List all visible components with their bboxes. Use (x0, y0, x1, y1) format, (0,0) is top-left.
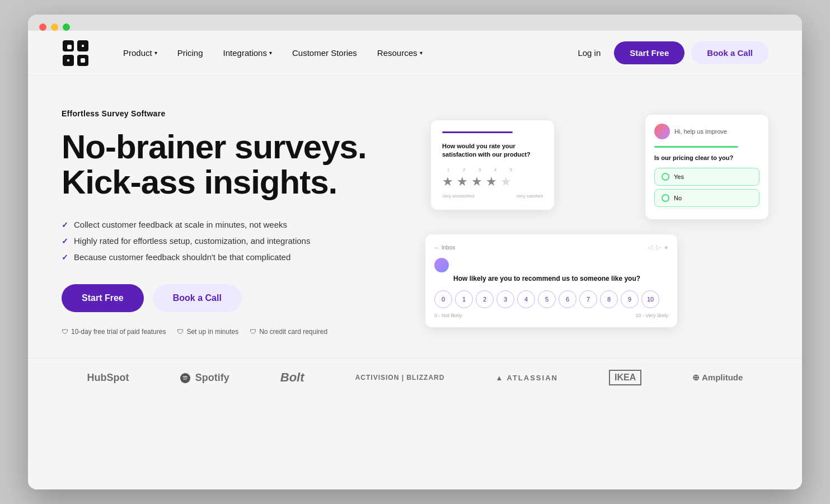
hero-right: How would you rate your satisfaction wit… (420, 109, 768, 333)
nav-item-product[interactable]: Product ▾ (123, 48, 157, 58)
browser-content: Product ▾ Pricing Integrations ▾ Custome… (28, 31, 802, 489)
nps-option-2[interactable]: 2 (476, 290, 494, 308)
minimize-button[interactable] (51, 23, 58, 31)
svg-rect-6 (67, 59, 69, 62)
logo-atlassian: ▲ ATLASSIAN (496, 374, 558, 382)
logo-amplitude: ⊕ Amplitude (692, 373, 743, 383)
nps-option-8[interactable]: 8 (600, 290, 618, 308)
radio-icon (662, 194, 669, 202)
nps-icon-3: ● (664, 243, 668, 251)
hero-left: Effortless Survey Software No-brainer su… (62, 109, 397, 336)
logo-activision: ACTIVISION | BLIZZARD (355, 374, 445, 381)
check-icon: ✓ (62, 220, 68, 229)
navbar: Product ▾ Pricing Integrations ▾ Custome… (28, 31, 802, 76)
check-icon: ✓ (62, 253, 68, 262)
svg-rect-7 (81, 58, 85, 63)
star-3[interactable]: ★ (471, 175, 482, 189)
nps-option-3[interactable]: 3 (496, 290, 514, 308)
start-free-hero-button[interactable]: Start Free (62, 284, 144, 312)
nps-option-5[interactable]: 5 (538, 290, 556, 308)
logo-hubspot: HubSpot (87, 372, 129, 384)
card-icon: 🛡 (250, 328, 256, 336)
close-button[interactable] (39, 23, 46, 31)
maximize-button[interactable] (63, 23, 70, 31)
option-yes[interactable]: Yes (654, 168, 759, 186)
star-5[interactable]: ★ (500, 175, 512, 189)
star-2[interactable]: ★ (457, 175, 468, 189)
nps-icon-2: ▷ (656, 243, 661, 251)
pricing-card-header: Hi, help us improve (654, 124, 759, 139)
logo-bolt: Bolt (280, 370, 304, 385)
hero-heading: No-brainer surveys. Kick-ass insights. (62, 129, 397, 200)
nps-icon-1: ◁ (648, 243, 653, 251)
nps-option-10[interactable]: 10 (641, 290, 659, 308)
nps-option-9[interactable]: 9 (621, 290, 639, 308)
chevron-down-icon: ▾ (154, 50, 157, 56)
back-button[interactable]: ← Inbox (434, 244, 455, 251)
pricing-progress-bar (654, 146, 738, 148)
logo-spotify: Spotify (180, 372, 229, 384)
avatar (434, 258, 449, 272)
nav-actions: Log in Start Free Book a Call (571, 41, 768, 64)
star-rating[interactable]: ★ ★ ★ ★ ★ (442, 175, 543, 189)
book-call-nav-button[interactable]: Book a Call (691, 41, 768, 64)
star-1[interactable]: ★ (442, 175, 453, 189)
avatar (654, 124, 670, 139)
nps-labels: 0 - Not likely 10 - Very likely (434, 313, 668, 318)
shield-icon: 🛡 (62, 328, 68, 336)
logos-section: HubSpot Spotify Bolt ACTIVISION | BLIZZA… (28, 358, 802, 408)
star-4[interactable]: ★ (486, 175, 497, 189)
nps-scale[interactable]: 0 1 2 3 4 5 6 7 8 9 10 (434, 290, 668, 308)
logo-ikea: IKEA (609, 370, 641, 385)
survey-satisfaction-card: How would you rate your satisfaction wit… (431, 120, 554, 210)
nps-option-7[interactable]: 7 (579, 290, 597, 308)
trust-item-setup: 🛡 Set up in minutes (177, 328, 238, 336)
svg-rect-4 (67, 45, 72, 49)
nps-question: How likely are you to recommend us to so… (453, 275, 668, 282)
svg-rect-5 (82, 45, 84, 47)
chevron-down-icon: ▾ (269, 50, 272, 56)
nps-option-1[interactable]: 1 (455, 290, 473, 308)
nps-card-header: ← Inbox ◁ ▷ ● (434, 243, 668, 251)
logo[interactable] (62, 39, 90, 67)
chevron-down-icon: ▾ (420, 50, 423, 56)
hero-section: Effortless Survey Software No-brainer su… (28, 76, 802, 358)
start-free-nav-button[interactable]: Start Free (614, 41, 684, 64)
nps-option-6[interactable]: 6 (559, 290, 576, 308)
browser-window: Product ▾ Pricing Integrations ▾ Custome… (28, 15, 802, 489)
pricing-feedback-card: Hi, help us improve Is our pricing clear… (645, 115, 768, 219)
login-button[interactable]: Log in (571, 44, 607, 62)
trust-item-trial: 🛡 10-day free trial of paid features (62, 328, 166, 336)
svg-point-8 (180, 373, 190, 383)
check-icon: ✓ (62, 237, 68, 246)
hero-features: ✓ Collect customer feedback at scale in … (62, 220, 397, 262)
feature-item: ✓ Because customer feedback shouldn't be… (62, 252, 397, 262)
hero-eyebrow: Effortless Survey Software (62, 109, 397, 118)
trust-item-no-card: 🛡 No credit card required (250, 328, 327, 336)
radio-icon (662, 173, 669, 181)
survey-question: How would you rate your satisfaction wit… (442, 142, 543, 159)
nav-item-customer-stories[interactable]: Customer Stories (292, 48, 357, 58)
nps-option-4[interactable]: 4 (517, 290, 535, 308)
option-no[interactable]: No (654, 189, 759, 207)
nav-item-pricing[interactable]: Pricing (177, 48, 203, 58)
nps-option-0[interactable]: 0 (434, 290, 452, 308)
clock-icon: 🛡 (177, 328, 184, 336)
nps-card: ← Inbox ◁ ▷ ● How likely are you to reco… (425, 234, 677, 327)
star-numbers: 1 2 3 4 5 (442, 167, 543, 172)
browser-chrome (28, 15, 802, 31)
hero-ctas: Start Free Book a Call (62, 284, 397, 312)
book-call-hero-button[interactable]: Book a Call (153, 284, 242, 312)
feature-item: ✓ Collect customer feedback at scale in … (62, 220, 397, 229)
nav-item-integrations[interactable]: Integrations ▾ (223, 48, 272, 58)
survey-progress-bar (442, 131, 513, 133)
pricing-card-title: Hi, help us improve (674, 128, 727, 135)
feature-item: ✓ Highly rated for effortless setup, cus… (62, 236, 397, 246)
nav-links: Product ▾ Pricing Integrations ▾ Custome… (123, 48, 571, 58)
nav-item-resources[interactable]: Resources ▾ (377, 48, 423, 58)
pricing-question: Is our pricing clear to you? (654, 154, 759, 161)
star-labels: Very dissatisfied Very satisfied (442, 194, 543, 199)
hero-trust: 🛡 10-day free trial of paid features 🛡 S… (62, 328, 397, 336)
